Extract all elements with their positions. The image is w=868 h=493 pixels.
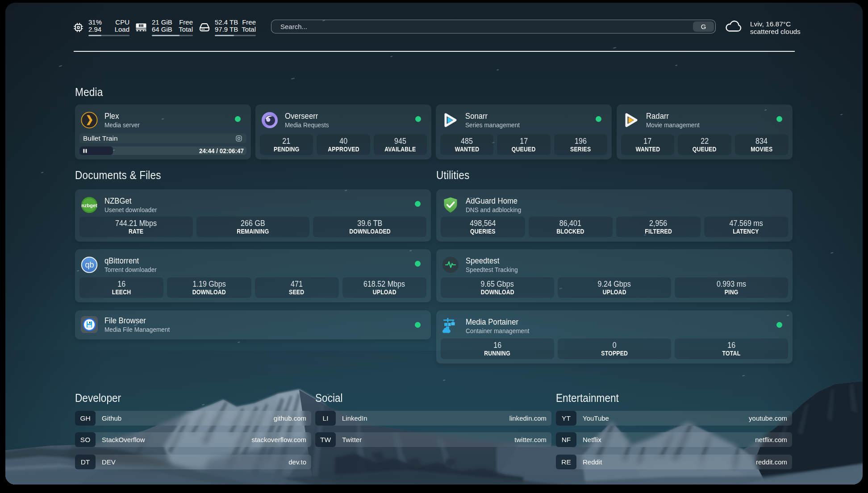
svg-text:nzbget: nzbget [81,203,97,208]
svg-text:qb: qb [85,260,94,269]
